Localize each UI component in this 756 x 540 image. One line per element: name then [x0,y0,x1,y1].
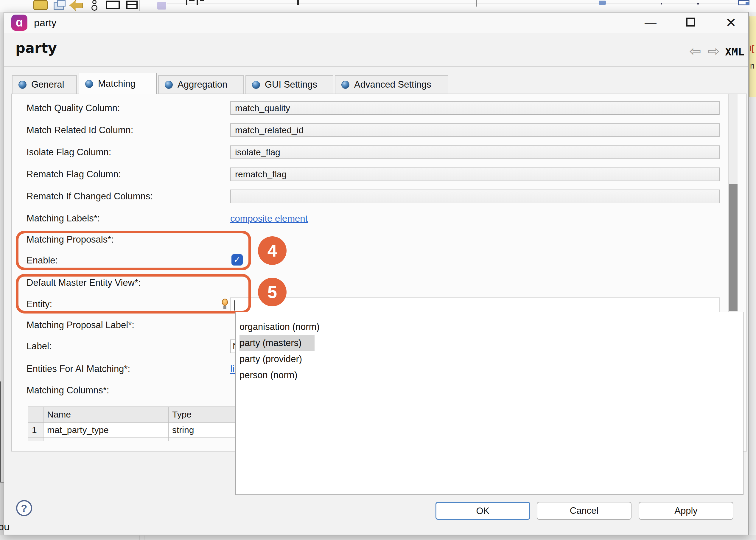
nav-back-icon[interactable]: ⇦ [689,42,701,60]
background-tooltip-fragment [749,16,756,97]
help-button[interactable]: ? [16,500,32,516]
page-title: party [16,40,57,56]
gear-icon [33,0,48,10]
isolate-flag-column-input[interactable]: isolate_flag [230,145,720,159]
dot-fragment [661,3,662,4]
frame-lines-icon [126,1,138,9]
table-row-partial [28,438,237,441]
row-number-header [28,407,43,422]
maximize-icon [686,18,695,27]
text-fragment [297,0,299,5]
background-text-fragment: n [750,62,755,70]
purple-icon [157,2,166,10]
field-label: Isolate Flag Column: [27,145,111,159]
rematch-flag-column-input[interactable]: rematch_flag [230,168,720,181]
tab-matching[interactable]: Matching [79,73,157,94]
toolbar-separator [140,0,140,11]
text-fragment [186,0,187,5]
text-fragment [200,0,204,1]
screen: ou I[ n ɑ party — ✕ party ⇦ ⇨ XML Genera… [0,0,756,540]
row-number-cell: 1 [28,422,43,438]
field-label: Label: [27,339,52,353]
frame-icon [106,1,120,9]
background-toolbar-strip [0,0,756,12]
field-label: Matching Columns*: [27,383,109,397]
dropdown-item[interactable]: person (norm) [236,367,743,383]
tab-gui-settings[interactable]: GUI Settings [246,75,333,93]
close-button[interactable]: ✕ [719,13,743,33]
xml-view-button[interactable]: XML [725,44,744,60]
tab-general[interactable]: General [12,75,77,93]
check-icon: ✓ [234,255,240,264]
text-fragment [197,0,198,5]
tab-label: Matching [98,78,136,89]
field-label: Match Quality Column: [27,101,120,115]
dot-fragment [697,3,699,4]
annotation-box-4 [16,231,251,270]
tab-sphere-icon [165,81,173,89]
minimize-button[interactable]: — [639,13,663,33]
name-cell[interactable]: mat_party_type [43,422,168,438]
toolbar-separator [476,0,477,7]
entity-input[interactable] [230,297,720,314]
tab-sphere-icon [19,81,27,89]
enable-checkbox[interactable]: ✓ [231,254,243,266]
background-bottom-strip [0,535,756,540]
tab-aggregation[interactable]: Aggregation [158,75,244,93]
tab-sphere-icon [341,81,349,89]
tab-label: GUI Settings [265,79,317,90]
tab-sphere-icon [252,81,260,89]
blue-icon [599,1,606,5]
text-fragment [189,0,194,1]
nav-forward-icon[interactable]: ⇨ [708,42,720,60]
maximize-button[interactable] [679,13,703,33]
rematch-if-changed-columns-input[interactable] [230,190,720,203]
clipboard-icon [738,0,749,5]
tab-label: Advanced Settings [354,79,431,90]
background-text-fragment: ou [0,521,12,532]
annotation-badge-4: 4 [258,236,286,265]
annotation-box-5 [16,274,251,314]
windows-icon [57,0,65,7]
background-text-fragment: I[ [749,44,755,53]
composite-element-link[interactable]: composite element [230,213,308,224]
party-dialog: ɑ party — ✕ party ⇦ ⇨ XML General Matchi… [4,12,749,535]
question-mark-icon: ? [21,502,27,514]
field-label: Rematch Flag Column: [27,168,121,181]
field-label: Rematch If Changed Columns: [27,190,153,203]
content-assist-lightbulb-icon [221,299,229,311]
table-header-row: Name Type [28,407,237,422]
back-arrow-icon [69,0,83,11]
scrollbar-thumb[interactable] [729,184,737,311]
match-quality-column-input[interactable]: match_quality [230,101,720,115]
match-related-id-column-input[interactable]: match_related_id [230,123,720,137]
title-bar[interactable]: ɑ party — ✕ [4,13,748,33]
dropdown-item[interactable]: organisation (norm) [236,319,743,335]
app-logo-icon: ɑ [11,15,27,31]
ok-button[interactable]: OK [436,502,530,520]
field-label: Match Related Id Column: [27,123,133,137]
background-edge-line [144,536,145,540]
tab-label: Aggregation [177,79,227,90]
type-column-header: Type [168,407,237,422]
person-icon [92,0,96,4]
table-row[interactable]: 1 mat_party_type string [28,422,237,438]
background-edge-line [0,381,1,482]
type-cell[interactable]: string [168,422,237,438]
apply-button[interactable]: Apply [639,502,733,520]
annotation-badge-5: 5 [258,278,286,306]
tab-label: General [31,79,64,90]
tab-advanced-settings[interactable]: Advanced Settings [335,75,448,93]
entity-suggestions-dropdown: organisation (norm) party (masters) part… [235,312,743,495]
background-window-edge [167,4,739,4]
tab-sphere-icon [85,80,93,88]
field-label: Matching Proposal Label*: [27,318,134,332]
window-title: party [34,13,56,33]
background-edge-line [140,536,140,540]
person-icon [91,5,97,11]
name-column-header: Name [43,407,168,422]
cancel-button[interactable]: Cancel [537,502,631,520]
dropdown-item-selected[interactable]: party (masters) [236,335,743,351]
field-label: Entities For AI Matching*: [27,362,130,376]
dropdown-item[interactable]: party (provider) [236,351,743,367]
